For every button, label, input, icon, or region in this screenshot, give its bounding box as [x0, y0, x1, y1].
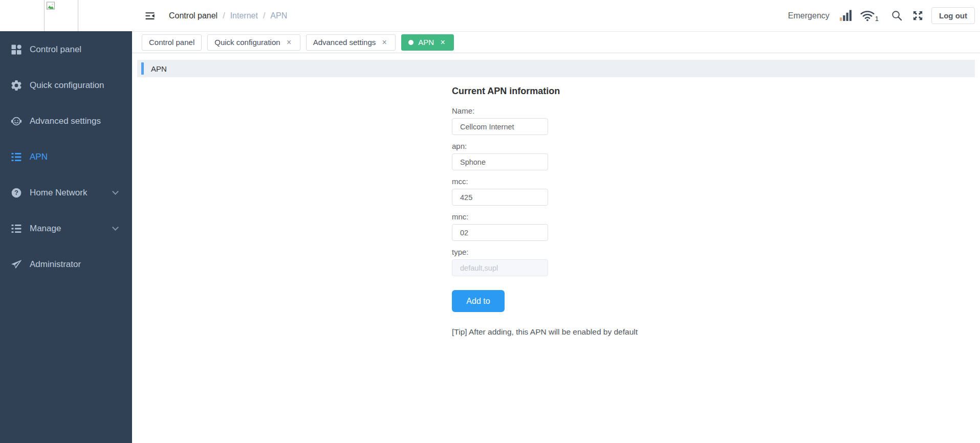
- sidebar-item-label: Administrator: [30, 259, 81, 270]
- mnc-label: mnc:: [452, 212, 738, 221]
- tab-apn[interactable]: APN ×: [401, 34, 454, 51]
- svg-text:?: ?: [14, 189, 18, 196]
- tip-text: [Tip] After adding, this APN will be ena…: [452, 327, 738, 337]
- type-label: type:: [452, 248, 738, 256]
- wifi-status: 1: [860, 9, 879, 22]
- help-circle-icon: ?: [10, 187, 23, 199]
- mnc-input[interactable]: [452, 224, 548, 241]
- panel-title: APN: [151, 64, 167, 73]
- sidebar-item-administrator[interactable]: Administrator: [0, 247, 132, 282]
- tab-label: Advanced settings: [313, 38, 376, 47]
- chevron-down-icon: [112, 188, 119, 195]
- list-icon: [10, 151, 23, 163]
- top-navbar: Control panel / Internet / APN Emergency…: [132, 0, 980, 32]
- apn-label: apn:: [452, 142, 738, 150]
- breadcrumb-internet[interactable]: Internet: [230, 11, 258, 20]
- close-icon[interactable]: ×: [380, 38, 388, 47]
- sidebar-item-label: APN: [30, 152, 48, 162]
- gear-icon: [10, 79, 23, 92]
- sidebar-item-label: Advanced settings: [30, 116, 101, 126]
- logout-button[interactable]: Log out: [931, 7, 975, 24]
- grid-icon: [10, 43, 23, 56]
- panel-header: APN: [137, 60, 975, 77]
- broken-image-icon: [46, 1, 56, 11]
- wifi-client-count: 1: [875, 15, 879, 22]
- form-group-mcc: mcc:: [452, 177, 738, 206]
- sidebar-item-label: Manage: [30, 224, 61, 234]
- logo-area: [0, 0, 132, 31]
- sidebar-item-advanced-settings[interactable]: Advanced settings: [0, 103, 132, 139]
- logo-image-placeholder: [44, 0, 78, 31]
- name-label: Name:: [452, 106, 738, 115]
- sidebar-item-apn[interactable]: APN: [0, 139, 132, 175]
- sidebar-item-home-network[interactable]: ? Home Network: [0, 175, 132, 211]
- tab-advanced-settings[interactable]: Advanced settings ×: [306, 34, 396, 51]
- breadcrumb-separator: /: [263, 11, 265, 20]
- breadcrumb-apn: APN: [270, 11, 287, 20]
- breadcrumb-separator: /: [223, 11, 225, 20]
- add-button[interactable]: Add to: [452, 290, 505, 312]
- sidebar-item-control-panel[interactable]: Control panel: [0, 32, 132, 68]
- tab-label: APN: [418, 38, 434, 47]
- fullscreen-icon[interactable]: [912, 10, 924, 21]
- active-tab-dot-icon: [408, 40, 413, 45]
- list-icon: [10, 223, 23, 235]
- cellular-signal-icon: [839, 9, 853, 22]
- form-group-type: type:: [452, 248, 738, 276]
- breadcrumb: Control panel / Internet / APN: [169, 11, 287, 20]
- sidebar-item-manage[interactable]: Manage: [0, 211, 132, 247]
- form-group-mnc: mnc:: [452, 212, 738, 241]
- tab-label: Control panel: [149, 38, 194, 47]
- sidebar: Control panel Quick configuration: [0, 0, 132, 443]
- sidebar-menu: Control panel Quick configuration: [0, 31, 132, 282]
- sidebar-collapse-icon[interactable]: [144, 10, 156, 21]
- form-title: Current APN information: [452, 86, 738, 97]
- wifi-icon: [860, 9, 875, 22]
- close-icon[interactable]: ×: [439, 38, 447, 47]
- sidebar-item-label: Home Network: [30, 188, 87, 198]
- type-input: [452, 259, 548, 276]
- panel-accent-bar: [141, 62, 144, 75]
- form-group-apn: apn:: [452, 142, 738, 170]
- chevron-down-icon: [112, 224, 119, 231]
- emergency-status-label: Emergency: [788, 11, 830, 20]
- mcc-label: mcc:: [452, 177, 738, 186]
- sidebar-item-quick-configuration[interactable]: Quick configuration: [0, 68, 132, 103]
- sidebar-item-label: Quick configuration: [30, 80, 104, 91]
- paper-plane-icon: [10, 258, 23, 271]
- header-actions: Emergency 1 Log out: [788, 7, 975, 24]
- close-icon[interactable]: ×: [285, 38, 293, 47]
- mcc-input[interactable]: [452, 189, 548, 206]
- support-face-icon: [10, 115, 23, 127]
- tab-quick-configuration[interactable]: Quick configuration ×: [207, 34, 300, 51]
- tab-label: Quick configuration: [214, 38, 280, 47]
- main-content: APN Current APN information Name: apn: m…: [132, 53, 980, 443]
- apn-form: Current APN information Name: apn: mcc: …: [452, 86, 738, 337]
- tab-control-panel[interactable]: Control panel: [142, 34, 202, 51]
- sidebar-item-label: Control panel: [30, 45, 81, 55]
- apn-input[interactable]: [452, 153, 548, 170]
- search-icon[interactable]: [891, 10, 903, 21]
- tags-view-bar: Control panel Quick configuration × Adva…: [132, 32, 980, 53]
- name-input[interactable]: [452, 118, 548, 135]
- breadcrumb-control-panel[interactable]: Control panel: [169, 11, 217, 20]
- form-group-name: Name:: [452, 106, 738, 135]
